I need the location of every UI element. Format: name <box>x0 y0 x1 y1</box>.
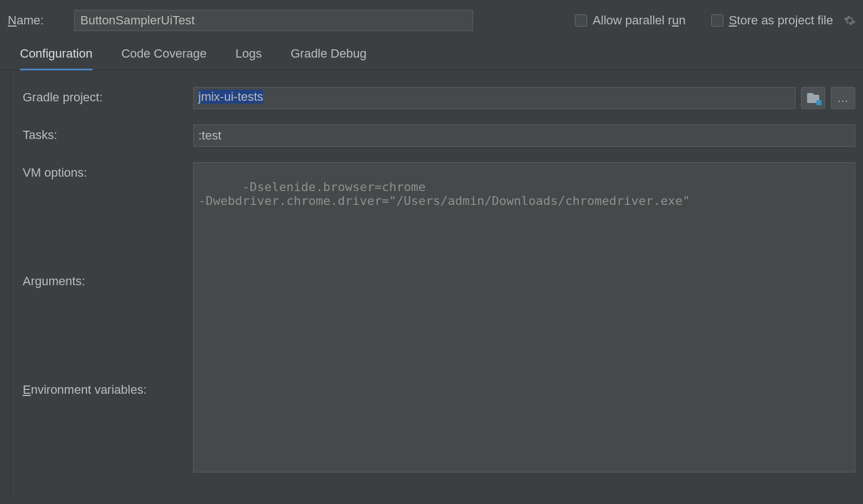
allow-parallel-run-checkbox[interactable]: Allow parallel run <box>575 13 686 28</box>
tabs-row: Configuration Code Coverage Logs Gradle … <box>0 41 863 70</box>
gradle-project-label: Gradle project: <box>23 87 189 105</box>
tasks-label: Tasks: <box>23 125 189 142</box>
configuration-panel: Gradle project: jmix-ui-tests ... Tasks:… <box>10 70 855 502</box>
tasks-input[interactable] <box>193 125 855 147</box>
checkbox-box-icon <box>575 14 587 27</box>
collapse-icon[interactable] <box>839 167 849 177</box>
checkbox-box-icon <box>711 14 723 27</box>
vm-options-value: -Dselenide.browser=chrome -Dwebdriver.ch… <box>198 180 690 208</box>
name-input[interactable] <box>74 10 473 31</box>
gear-icon[interactable] <box>843 14 856 27</box>
name-label: Name: <box>8 13 69 28</box>
vm-options-textarea[interactable]: -Dselenide.browser=chrome -Dwebdriver.ch… <box>193 162 855 472</box>
tab-code-coverage[interactable]: Code Coverage <box>121 47 207 70</box>
tab-gradle-debug[interactable]: Gradle Debug <box>291 47 367 70</box>
folder-icon <box>807 93 819 103</box>
gradle-project-value: jmix-ui-tests <box>198 90 263 104</box>
gradle-project-input[interactable]: jmix-ui-tests <box>193 87 795 109</box>
store-as-project-file-checkbox[interactable]: Store as project file <box>711 13 833 28</box>
allow-parallel-run-label: Allow parallel run <box>593 13 686 28</box>
vm-options-label: VM options: <box>23 162 189 180</box>
tab-configuration[interactable]: Configuration <box>20 47 93 70</box>
tab-logs[interactable]: Logs <box>235 47 262 70</box>
store-as-project-file-label: Store as project file <box>729 13 833 28</box>
arguments-label: Arguments: <box>23 271 189 289</box>
header-row: Name: Allow parallel run Store as projec… <box>0 0 863 41</box>
gradle-project-picker-button[interactable] <box>801 87 825 109</box>
ellipsis-icon: ... <box>838 92 849 105</box>
environment-variables-label: Environment variables: <box>23 379 189 397</box>
gradle-project-browse-button[interactable]: ... <box>831 87 855 109</box>
